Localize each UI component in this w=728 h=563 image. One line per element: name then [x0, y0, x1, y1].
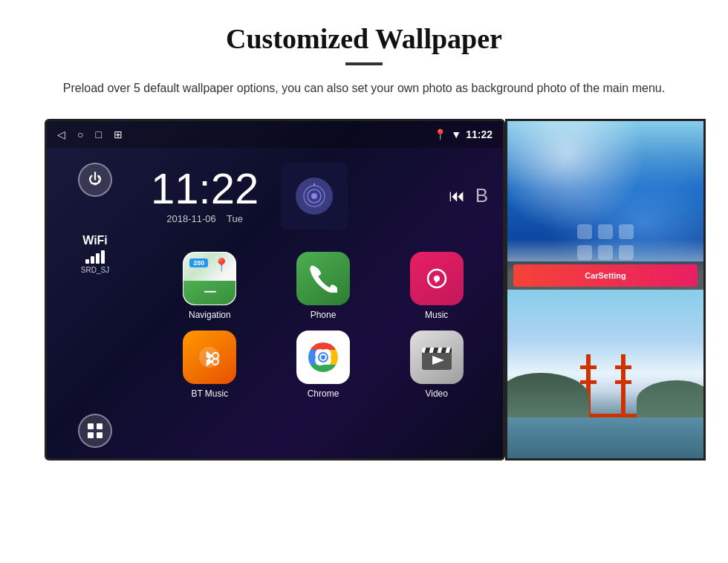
preview-bridge-wallpaper[interactable]	[507, 290, 703, 458]
preview-dot-4	[577, 245, 592, 260]
wifi-ssid: SRD_SJ	[81, 266, 109, 274]
media-widget[interactable]	[281, 163, 348, 230]
app-grid: 280 📍 ━━━ Navigation	[151, 252, 495, 399]
wifi-bars	[81, 250, 109, 264]
device-wrapper: ◁ ○ □ ⊞ 📍 ▼ 11:22 ⏻	[45, 119, 713, 461]
wifi-status-icon: ▼	[451, 128, 461, 140]
preview-small-icons	[577, 224, 634, 260]
app-item-chrome[interactable]: Chrome	[272, 331, 375, 399]
home-icon[interactable]: ○	[77, 128, 83, 140]
preview-dot-6	[619, 245, 634, 260]
wifi-label: WiFi	[81, 234, 109, 247]
back-icon[interactable]: ◁	[57, 128, 65, 140]
chrome-label: Chrome	[308, 388, 339, 399]
bridge-crossbar-1	[580, 365, 597, 369]
track-letter-b: B	[475, 184, 488, 207]
screenshot-icon[interactable]: ⊞	[114, 128, 123, 140]
center-panel: 11:22 2018-11-06 Tue	[143, 148, 503, 461]
phone-icon	[296, 252, 350, 305]
main-content: ⏻ WiFi SRD_SJ	[47, 148, 503, 461]
chrome-icon	[296, 331, 350, 384]
wifi-widget: WiFi SRD_SJ	[81, 234, 109, 274]
apps-button[interactable]	[78, 414, 112, 448]
wifi-bar-3	[96, 253, 100, 264]
phone-label: Phone	[311, 310, 337, 320]
page-description: Preload over 5 default wallpaper options…	[59, 79, 669, 98]
svg-rect-2	[88, 432, 94, 438]
status-bar-nav: ◁ ○ □ ⊞	[57, 128, 123, 140]
media-icon-circle	[296, 178, 333, 215]
svg-point-6	[311, 193, 317, 199]
svg-rect-3	[97, 432, 103, 438]
carsetting-label: CarSetting	[585, 271, 626, 280]
wallpaper-previews: CarSetting	[505, 119, 706, 461]
bridge-scene	[507, 290, 703, 458]
hill-left	[507, 373, 589, 417]
hill-right	[637, 380, 703, 417]
preview-ice-wallpaper[interactable]: CarSetting	[507, 121, 703, 290]
video-label: Video	[425, 388, 447, 399]
bridge-crossbar-2	[580, 380, 597, 384]
btmusic-icon	[183, 331, 236, 384]
clock-day-value: Tue	[227, 213, 243, 224]
status-bar-right: 📍 ▼ 11:22	[434, 128, 493, 140]
app-item-video[interactable]: Video	[385, 331, 488, 399]
sidebar: ⏻ WiFi SRD_SJ	[47, 148, 143, 461]
app-item-btmusic[interactable]: BT Music	[158, 331, 261, 399]
navigation-label: Navigation	[189, 310, 231, 320]
recents-icon[interactable]: □	[95, 128, 101, 140]
power-button[interactable]: ⏻	[78, 163, 112, 197]
app-item-music[interactable]: ♪ Music	[385, 252, 488, 320]
clock-area: 11:22 2018-11-06 Tue	[151, 155, 495, 237]
music-label: Music	[425, 310, 448, 320]
media-controls: ⏮ B	[449, 184, 495, 207]
preview-dot-2	[598, 224, 613, 239]
app-item-phone[interactable]: Phone	[272, 252, 375, 320]
svg-point-18	[321, 355, 325, 359]
app-item-navigation[interactable]: 280 📍 ━━━ Navigation	[158, 252, 261, 320]
status-bar: ◁ ○ □ ⊞ 📍 ▼ 11:22	[47, 121, 503, 148]
svg-rect-1	[97, 423, 103, 429]
prev-track-button[interactable]: ⏮	[449, 186, 465, 206]
wifi-bar-4	[101, 250, 105, 264]
bridge-crossbar-4	[615, 380, 631, 384]
bridge-tower-right	[621, 354, 625, 417]
preview-dot-1	[577, 224, 592, 239]
navigation-icon: 280 📍 ━━━	[183, 252, 236, 305]
svg-rect-0	[88, 423, 94, 429]
location-icon: 📍	[434, 128, 446, 140]
clock-block: 11:22 2018-11-06 Tue	[151, 167, 259, 224]
page-container: Customized Wallpaper Preload over 5 defa…	[0, 0, 728, 475]
bridge-crossbar-3	[615, 365, 631, 369]
clock-time: 11:22	[151, 167, 259, 210]
page-title: Customized Wallpaper	[45, 22, 683, 55]
carsetting-bar: CarSetting	[513, 264, 698, 287]
wifi-bar-1	[85, 259, 89, 264]
carsetting-overlay: CarSetting	[507, 261, 703, 290]
preview-dot-3	[619, 224, 634, 239]
status-time: 11:22	[466, 128, 493, 140]
svg-text:♪: ♪	[434, 273, 439, 285]
power-icon: ⏻	[88, 172, 102, 187]
antenna-icon	[302, 183, 327, 209]
title-divider	[345, 62, 383, 65]
water-layer	[507, 416, 703, 458]
grid-icon	[87, 423, 103, 439]
btmusic-label: BT Music	[191, 388, 228, 399]
preview-dot-5	[598, 245, 613, 260]
video-icon	[410, 331, 464, 384]
clock-date-value: 2018-11-06	[166, 213, 216, 224]
android-screen: ◁ ○ □ ⊞ 📍 ▼ 11:22 ⏻	[45, 119, 505, 461]
music-icon: ♪	[410, 252, 464, 305]
clock-date: 2018-11-06 Tue	[151, 213, 259, 224]
wifi-bar-2	[91, 256, 94, 264]
